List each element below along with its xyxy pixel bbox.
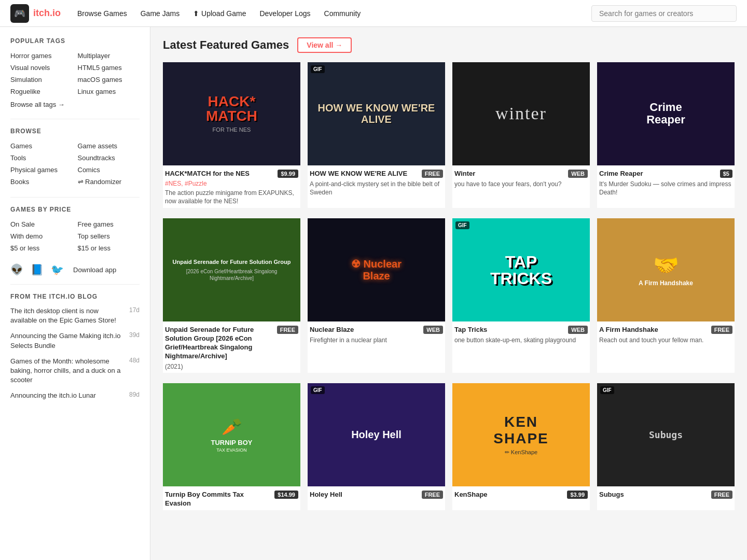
blog-item-link[interactable]: Games of the Month: wholesome baking, ho… — [10, 357, 125, 385]
game-price-badge: FREE — [422, 491, 443, 499]
game-card[interactable]: 🥕 TURNIP BOY TAX EVASION Turnip Boy Comm… — [163, 383, 300, 510]
browse-games-link[interactable]: Browse Games — [71, 6, 133, 21]
game-title: A Firm Handshake — [599, 326, 708, 334]
popular-tags-title: POPULAR TAGS — [10, 37, 140, 45]
game-price-badge: FREE — [711, 326, 732, 334]
upload-game-link[interactable]: ⬆ Upload Game — [187, 6, 252, 21]
tag-multiplayer[interactable]: Multiplayer — [78, 51, 140, 61]
game-desc: Firefighter in a nuclear plant — [310, 336, 443, 345]
blog-item: Announcing the Game Making itch.io Selec… — [10, 331, 140, 350]
blog-item: Games of the Month: wholesome baking, ho… — [10, 357, 140, 385]
price-5-or-less[interactable]: $5 or less — [10, 243, 73, 253]
tag-macos-games[interactable]: macOS games — [78, 75, 140, 85]
tag-horror-games[interactable]: Horror games — [10, 51, 73, 61]
blog-item-link[interactable]: Announcing the Game Making itch.io Selec… — [10, 331, 125, 350]
game-card[interactable]: CrimeReaper Crime Reaper $5 It's Murder … — [597, 62, 735, 208]
game-title: Tap Tricks — [454, 326, 565, 334]
blog-item: Announcing the itch.io Lunar 89d — [10, 391, 140, 400]
game-price-badge: $14.99 — [274, 491, 298, 499]
blog-item-age: 89d — [129, 391, 140, 398]
game-title: Unpaid Serenade for Future Solution Grou… — [165, 326, 274, 361]
tag-html5-games[interactable]: HTML5 games — [78, 63, 140, 73]
game-desc: (2021) — [165, 362, 298, 371]
twitter-icon[interactable]: 🐦 — [51, 263, 64, 276]
blog-item-link[interactable]: The itch desktop client is now available… — [10, 306, 125, 325]
game-title: Nuclear Blaze — [310, 326, 420, 334]
sidebar: POPULAR TAGS Horror games Multiplayer Vi… — [0, 27, 150, 560]
logo-icon: 🎮 — [10, 4, 29, 23]
game-price-badge: WEB — [568, 326, 588, 334]
download-app-link[interactable]: Download app — [73, 266, 116, 274]
community-link[interactable]: Community — [318, 6, 367, 21]
game-price-badge: $3.99 — [567, 491, 588, 499]
browse-books[interactable]: Books — [10, 177, 73, 187]
game-title: Holey Hell — [310, 491, 419, 499]
game-title: HACK*MATCH for the NES — [165, 170, 274, 178]
browse-physical-games[interactable]: Physical games — [10, 165, 73, 175]
main-content: Latest Featured Games View all → HACK*MA… — [150, 27, 747, 560]
game-price-badge: $5 — [720, 170, 732, 178]
browse-game-assets[interactable]: Game assets — [78, 141, 140, 151]
section-header: Latest Featured Games View all → — [163, 37, 735, 53]
game-desc: A point-and-click mystery set in the bib… — [310, 180, 443, 198]
game-title: Subugs — [599, 491, 708, 499]
game-title: HOW WE KNOW WE'RE ALIVE — [310, 170, 419, 178]
game-card[interactable]: GIF TAPTRICKS Tap Tricks WEB one button … — [452, 218, 590, 373]
view-all-button[interactable]: View all → — [297, 37, 352, 53]
price-free-games[interactable]: Free games — [78, 219, 140, 229]
game-card[interactable]: KENSHAPE ✏ KenShape KenShape $3.99 — [452, 383, 590, 510]
game-price-badge: FREE — [422, 170, 443, 178]
game-title: Crime Reaper — [599, 170, 717, 178]
reddit-icon[interactable]: 👽 — [10, 263, 23, 276]
nav-links: Browse Games Game Jams ⬆ Upload Game Dev… — [71, 6, 591, 21]
developer-logs-link[interactable]: Developer Logs — [253, 6, 316, 21]
game-card[interactable]: Unpaid Serenade for Future Solution Grou… — [163, 218, 300, 373]
facebook-icon[interactable]: 📘 — [31, 263, 44, 276]
game-desc: The action puzzle minigame from EXAPUNKS… — [165, 189, 298, 206]
game-jams-link[interactable]: Game Jams — [134, 6, 186, 21]
browse-randomizer[interactable]: ⇌ Randomizer — [78, 177, 140, 187]
browse-comics[interactable]: Comics — [78, 165, 140, 175]
price-on-sale[interactable]: On Sale — [10, 219, 73, 229]
blog-title: FROM THE ITCH.IO BLOG — [10, 293, 140, 300]
game-price-badge: FREE — [277, 326, 298, 334]
game-card[interactable]: ☢ NuclearBlaze Nuclear Blaze WEB Firefig… — [308, 218, 445, 373]
navbar: 🎮 itch.io Browse Games Game Jams ⬆ Uploa… — [0, 0, 747, 27]
game-card[interactable]: GIF Holey Hell Holey Hell FREE — [308, 383, 445, 510]
tag-linux-games[interactable]: Linux games — [78, 87, 140, 96]
logo[interactable]: 🎮 itch.io — [10, 4, 61, 23]
blog-item-link[interactable]: Announcing the itch.io Lunar — [10, 391, 125, 400]
game-price-badge: WEB — [423, 326, 443, 334]
game-price-badge: WEB — [568, 170, 588, 178]
game-card[interactable]: GIF HOW WE KNOW WE'RE ALIVE HOW WE KNOW … — [308, 62, 445, 208]
tag-visual-novels[interactable]: Visual novels — [10, 63, 73, 73]
game-desc: one button skate-up-em, skating playgrou… — [454, 336, 588, 345]
price-section: GAMES BY PRICE On Sale Free games With d… — [10, 206, 140, 253]
browse-all-tags[interactable]: Browse all tags → — [10, 101, 140, 108]
browse-games[interactable]: Games — [10, 141, 73, 151]
browse-section: BROWSE Games Game assets Tools Soundtrac… — [10, 128, 140, 187]
blog-item-age: 48d — [129, 357, 140, 364]
browse-soundtracks[interactable]: Soundtracks — [78, 153, 140, 163]
game-card[interactable]: GIF Subugs Subugs FREE — [597, 383, 735, 510]
browse-tools[interactable]: Tools — [10, 153, 73, 163]
search-bar — [591, 5, 737, 22]
price-with-demo[interactable]: With demo — [10, 231, 73, 241]
section-title: Latest Featured Games — [163, 38, 289, 52]
price-title: GAMES BY PRICE — [10, 206, 140, 213]
tag-roguelike[interactable]: Roguelike — [10, 87, 73, 96]
game-title: Turnip Boy Commits Tax Evasion — [165, 491, 271, 508]
search-input[interactable] — [591, 5, 737, 22]
browse-title: BROWSE — [10, 128, 140, 135]
game-title: Winter — [454, 170, 565, 178]
tag-simulation[interactable]: Simulation — [10, 75, 73, 85]
blog-item-age: 17d — [129, 306, 140, 314]
game-card[interactable]: 🤝 A Firm Handshake A Firm Handshake FREE… — [597, 218, 735, 373]
game-price-badge: $9.99 — [278, 170, 298, 178]
price-top-sellers[interactable]: Top sellers — [78, 231, 140, 241]
game-card[interactable]: HACK*MATCH FOR THE NES HACK*MATCH for th… — [163, 62, 300, 208]
game-card[interactable]: winter Winter WEB you have to face your … — [452, 62, 590, 208]
price-15-or-less[interactable]: $15 or less — [78, 243, 140, 253]
logo-text: itch.io — [33, 8, 61, 19]
game-title: KenShape — [454, 491, 564, 499]
